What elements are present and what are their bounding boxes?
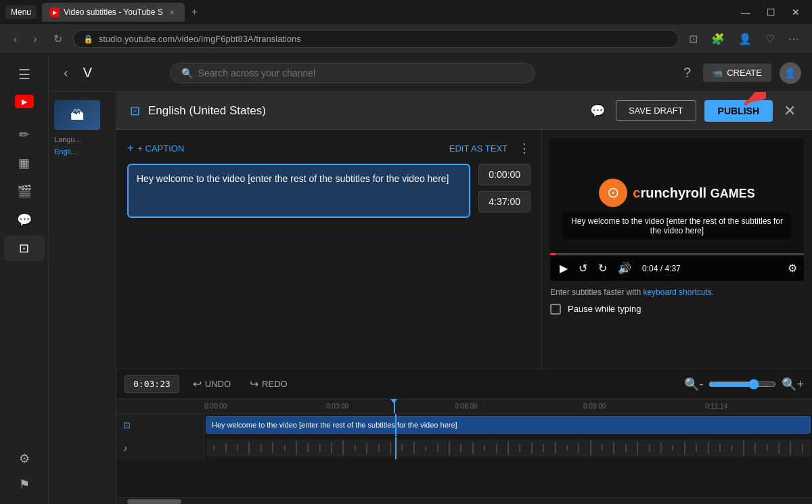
tab-favicon: ▶ — [50, 7, 60, 17]
screenshot-button[interactable]: ⊡ — [684, 30, 702, 48]
subtitle-track-content: Hey welcome to the video [enter the rest… — [204, 414, 812, 436]
timeline-scrollbar[interactable] — [116, 497, 812, 504]
wave-bar — [460, 444, 461, 453]
dialog-message-button[interactable]: 💬 — [587, 101, 608, 121]
wave-bar — [449, 441, 450, 455]
undo-button[interactable]: ↩ UNDO — [187, 375, 236, 393]
caption-textarea[interactable]: Hey welcome to the video [enter the rest… — [127, 164, 470, 218]
add-caption-button[interactable]: + + CAPTION — [127, 142, 184, 154]
video-thumbnail: 🏔 — [54, 100, 100, 130]
studio-sidebar: ☰ ▶ ✏ ▦ 🎬 💬 ⊡ ⚙ — [0, 54, 49, 504]
sidebar-item-analytics[interactable]: ▦ — [4, 150, 45, 176]
video-sidebar: 🏔 Langu... Engli... — [49, 92, 116, 504]
wave-bar — [684, 441, 685, 455]
current-time-display: 0:03:23 — [125, 375, 179, 393]
wave-bar — [237, 444, 238, 451]
wave-bar — [649, 444, 650, 452]
audio-waveform — [206, 439, 811, 457]
maximize-button[interactable]: ☐ — [760, 5, 782, 19]
menu-button[interactable]: Menu — [5, 5, 37, 19]
preview-subtitle-text: Hey welcome to the video [enter the rest… — [563, 212, 792, 239]
dialog-header: ⊡ English (United States) 💬 SAVE DRAFT P… — [116, 92, 812, 130]
language-item-english[interactable]: Engli... — [54, 146, 110, 157]
extensions-button[interactable]: 🧩 — [706, 30, 729, 48]
zoom-out-button[interactable]: 🔍- — [684, 377, 703, 392]
tab-title: Video subtitles - YouTube S — [64, 7, 163, 17]
settings-icon: ⚙ — [19, 451, 30, 466]
header-actions: ? 📹 CREATE 👤 — [679, 61, 801, 85]
wave-bar — [731, 445, 732, 451]
video-settings-button[interactable]: ⚙ — [788, 262, 797, 275]
back-button[interactable]: ‹ — [8, 30, 22, 48]
forward-button[interactable]: › — [28, 30, 42, 48]
favorites-button[interactable]: ♡ — [761, 30, 780, 48]
wave-bar — [708, 442, 709, 454]
audio-track-header: ♪ — [116, 437, 204, 459]
more-options-button[interactable]: ⋮ — [518, 141, 531, 156]
video-progress-bar[interactable] — [550, 253, 804, 255]
sidebar-item-dashboard[interactable]: ✏ — [4, 122, 45, 147]
redo-button[interactable]: ↪ REDO — [244, 375, 293, 393]
search-input[interactable] — [198, 68, 524, 78]
subtitles-icon: ⊡ — [19, 241, 29, 256]
playhead-head — [390, 399, 397, 403]
tab-close-button[interactable]: ✕ — [167, 8, 177, 17]
active-tab[interactable]: ▶ Video subtitles - YouTube S ✕ — [42, 3, 185, 22]
pause-typing-checkbox[interactable] — [550, 304, 561, 315]
timeline-toolbar: 0:03:23 ↩ UNDO ↪ REDO 🔍- — [116, 369, 812, 399]
wave-bar — [767, 444, 768, 451]
wave-bar — [366, 443, 367, 453]
undo-icon: ↩ — [193, 377, 202, 390]
end-time-chip[interactable]: 4:37:00 — [478, 191, 531, 212]
wave-bar — [790, 441, 791, 455]
sidebar-menu-button[interactable]: ☰ — [13, 61, 36, 88]
pause-typing-label: Pause while typing — [568, 304, 641, 314]
scrollbar-thumb[interactable] — [127, 499, 181, 504]
create-button[interactable]: 📹 CREATE — [703, 64, 771, 82]
minimize-button[interactable]: — — [734, 5, 757, 19]
timeline-tracks: ⊡ Hey welcome to the video [enter the re… — [116, 414, 812, 497]
redo-icon: ↪ — [250, 377, 258, 390]
save-draft-button[interactable]: SAVE DRAFT — [616, 100, 696, 121]
zoom-in-button[interactable]: 🔍+ — [782, 377, 804, 392]
wave-bar — [590, 440, 591, 455]
audio-track-icon: ♪ — [123, 443, 128, 453]
sidebar-item-feedback[interactable]: ⚑ — [4, 472, 45, 497]
wave-bar — [261, 444, 262, 452]
wave-bar — [566, 445, 568, 451]
caption-times: 0:00:00 4:37:00 — [478, 164, 531, 212]
edit-as-text-button[interactable]: EDIT AS TEXT — [449, 143, 508, 154]
video-controls: ▶ ↺ ↻ 🔊 0:04 / 4:37 — [550, 256, 804, 281]
start-time-chip[interactable]: 0:00:00 — [478, 164, 531, 185]
zoom-slider[interactable] — [708, 379, 776, 390]
volume-button[interactable]: 🔊 — [615, 260, 634, 276]
help-button[interactable]: ? — [679, 61, 695, 85]
wave-bar — [437, 443, 438, 453]
rewind-button[interactable]: ↺ — [576, 260, 590, 276]
sidebar-item-settings[interactable]: ⚙ — [4, 446, 45, 472]
close-window-button[interactable]: ✕ — [785, 5, 807, 19]
wave-bar — [719, 444, 721, 452]
play-button[interactable]: ▶ — [557, 260, 570, 276]
language-label: Langu... — [54, 135, 110, 143]
new-tab-button[interactable]: + — [187, 5, 202, 20]
refresh-button[interactable]: ↻ — [48, 30, 68, 48]
address-bar[interactable]: 🔒 studio.youtube.com/video/ImgF6pbt83A/t… — [73, 30, 679, 48]
user-avatar[interactable]: 👤 — [780, 62, 801, 84]
caption-row: Hey welcome to the video [enter the rest… — [127, 164, 531, 218]
publish-button[interactable]: PUBLISH — [704, 100, 773, 122]
back-nav-button[interactable]: ‹ — [60, 61, 72, 85]
video-preview: ⊙ crunchyroll GAMES Hey welcome to the v… — [550, 138, 804, 281]
sidebar-item-comments[interactable]: 💬 — [4, 207, 45, 233]
profile-button[interactable]: 👤 — [734, 30, 757, 48]
sidebar-item-videos[interactable]: 🎬 — [4, 179, 45, 204]
editor-toolbar: + + CAPTION EDIT AS TEXT ⋮ — [127, 141, 531, 156]
close-dialog-button[interactable]: ✕ — [781, 99, 798, 122]
subtitle-track-icon: ⊡ — [123, 420, 131, 430]
keyboard-shortcuts-link[interactable]: keyboard shortcuts. — [643, 288, 714, 297]
wave-bar — [555, 442, 556, 454]
menu-dots-button[interactable]: ⋯ — [784, 30, 804, 48]
sidebar-item-subtitles[interactable]: ⊡ — [4, 235, 45, 261]
fast-forward-button[interactable]: ↻ — [595, 260, 610, 276]
subtitle-track-bar[interactable]: Hey welcome to the video [enter the rest… — [206, 416, 811, 434]
